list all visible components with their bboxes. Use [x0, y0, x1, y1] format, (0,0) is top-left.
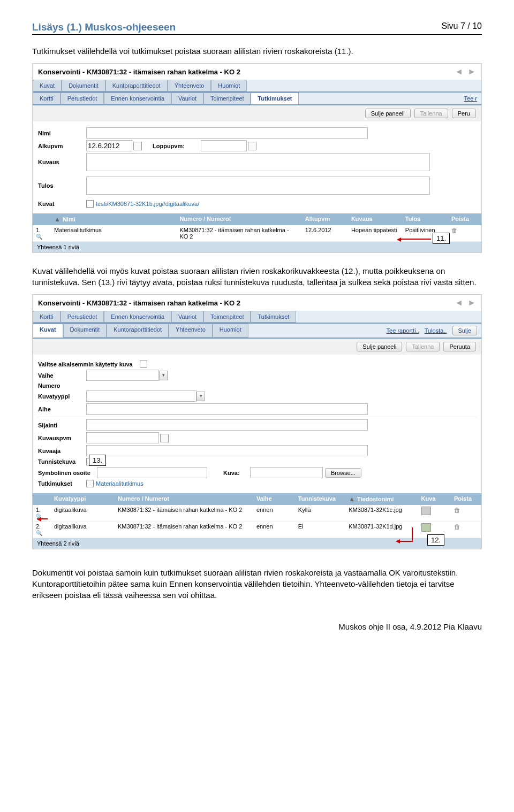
input-aihe[interactable]: [86, 403, 368, 415]
chevron-down-icon[interactable]: ▾: [159, 371, 168, 380]
callout-13: 13.: [89, 455, 106, 466]
tab-dokumentit[interactable]: Dokumentit: [62, 80, 105, 91]
select-kuvatyyppi[interactable]: [86, 390, 196, 402]
nav-prev-icon[interactable]: ◄: [455, 298, 463, 308]
tab-ennen[interactable]: Ennen konservointia: [104, 311, 171, 323]
link-tulosta[interactable]: Tulosta..: [425, 327, 447, 334]
nav-next-icon[interactable]: ►: [467, 67, 476, 76]
chevron-down-icon[interactable]: ▾: [196, 392, 205, 401]
input-kuvaaja[interactable]: [86, 445, 368, 456]
input-alkupvm[interactable]: [86, 140, 132, 151]
nav-prev-icon[interactable]: ◄: [455, 67, 463, 76]
tab-ennen[interactable]: Ennen konservointia: [104, 93, 171, 104]
tab-huomiot[interactable]: Huomiot: [211, 80, 247, 91]
tab-kortti[interactable]: Kortti: [33, 93, 61, 104]
tab-yhteenveto[interactable]: Yhteenveto: [168, 80, 211, 91]
btn-browse[interactable]: Browse...: [325, 468, 361, 478]
thumbnail-icon[interactable]: [421, 523, 431, 532]
link-materiaalitutkimus[interactable]: Materiaalitutkimus: [96, 480, 143, 487]
cell-kuvatyyppi: digitaalikuva: [51, 505, 115, 521]
th-kuva[interactable]: Kuva: [418, 493, 451, 505]
link-tee-raportti[interactable]: Tee raportti..: [387, 327, 419, 334]
th-numero[interactable]: Numero / Numerot: [176, 213, 301, 225]
label-kuvat: Kuvat: [38, 201, 86, 207]
tab-vauriot[interactable]: Vauriot: [171, 311, 203, 323]
tab-huomiot[interactable]: Huomiot: [213, 324, 248, 338]
th-poista: Poista: [448, 213, 481, 225]
checkbox-valitse[interactable]: [140, 361, 147, 368]
callout-11: 11.: [433, 233, 450, 244]
select-vaihe[interactable]: [86, 370, 159, 381]
textarea-kuvaus[interactable]: [86, 153, 430, 171]
label-sijainti: Sijainti: [38, 422, 86, 428]
th-vaihe[interactable]: Vaihe: [253, 493, 295, 505]
trash-icon[interactable]: 🗑: [454, 523, 460, 531]
btn-sulje-paneeli[interactable]: Sulje paneeli: [365, 109, 411, 118]
btn-sulje[interactable]: Sulje: [452, 326, 477, 335]
btn-tallenna[interactable]: Tallenna: [414, 109, 448, 118]
btn-peruuta[interactable]: Peruuta: [443, 342, 476, 351]
tab-toimenpiteet[interactable]: Toimenpiteet: [203, 93, 251, 104]
tab-tutkimukset[interactable]: Tutkimukset: [251, 93, 299, 104]
btn-peru[interactable]: Peru: [452, 109, 476, 118]
tab-kuvat[interactable]: Kuvat: [33, 80, 62, 91]
tab-toimenpiteet[interactable]: Toimenpiteet: [203, 311, 251, 323]
input-kuva[interactable]: [250, 467, 323, 478]
screenshot-2: Konservointi - KM30871:32 - itämaisen ra…: [32, 294, 482, 549]
calendar-icon[interactable]: [248, 142, 256, 150]
tab-perustiedot[interactable]: Perustiedot: [61, 311, 104, 323]
textarea-tulos[interactable]: [86, 177, 430, 195]
input-kuvauspvm[interactable]: [86, 432, 159, 443]
paragraph-1: Tutkimukset välilehdellä voi tutkimukset…: [32, 45, 482, 57]
label-tutkimukset: Tutkimukset: [38, 480, 86, 487]
input-symbolinen[interactable]: [97, 467, 207, 478]
input-loppupvm[interactable]: [201, 140, 247, 151]
label-vaihe: Vaihe: [38, 372, 86, 379]
th-tiedostonimi[interactable]: ▲Tiedostonimi: [345, 493, 418, 505]
label-nimi: Nimi: [38, 130, 86, 136]
input-sijainti[interactable]: [86, 419, 368, 431]
screenshot-1: Konservointi - KM30871:32 - itämaisen ra…: [32, 63, 482, 253]
tab-dokumentit[interactable]: Dokumentit: [63, 324, 107, 338]
tab-kuntoraportti[interactable]: Kuntoraporttitiedot: [107, 324, 169, 338]
tab-yhteenveto[interactable]: Yhteenveto: [169, 324, 213, 338]
checkbox-tutk[interactable]: [86, 480, 94, 487]
tab-kuvat[interactable]: Kuvat: [33, 324, 63, 338]
th-kuvaus[interactable]: Kuvaus: [348, 213, 402, 225]
thumbnail-icon[interactable]: [421, 507, 431, 515]
btn-sulje-paneeli[interactable]: Sulje paneeli: [357, 342, 402, 351]
trash-icon[interactable]: 🗑: [454, 507, 460, 514]
th-poista: Poista: [451, 493, 481, 505]
cell-tunnistekuva: Kyllä: [295, 505, 345, 521]
btn-tallenna[interactable]: Tallenna: [406, 342, 440, 351]
th-nimi[interactable]: ▲Nimi: [51, 213, 176, 225]
link-kuva-path[interactable]: testi/KM30871-32K1b.jpg//digitaalikuva/: [96, 201, 199, 207]
tab-vauriot[interactable]: Vauriot: [171, 93, 203, 104]
tab-kuntoraportti[interactable]: Kuntoraporttitiedot: [105, 80, 168, 91]
calendar-icon[interactable]: [160, 434, 169, 442]
page-footer: Muskos ohje II osa, 4.9.2012 Pia Klaavu: [32, 622, 482, 631]
label-loppupvm: Loppupvm:: [153, 143, 201, 149]
label-symbolinen: Symbolinen osoite: [38, 470, 97, 476]
nav-next-icon[interactable]: ►: [467, 298, 476, 308]
cell-tiedostonimi: KM30871-32K1c.jpg: [345, 505, 418, 521]
tab-perustiedot[interactable]: Perustiedot: [61, 93, 104, 104]
tab-tutkimukset[interactable]: Tutkimukset: [251, 311, 296, 323]
label-kuvatyyppi: Kuvatyyppi: [38, 393, 86, 400]
input-nimi[interactable]: [86, 127, 368, 139]
window-title: Konservointi - KM30871:32 - itämaisen ra…: [38, 68, 240, 76]
paragraph-3: Dokumentit voi poistaa samoin kuin tutki…: [32, 567, 482, 601]
calendar-icon[interactable]: [133, 142, 142, 150]
page-title: Lisäys (1.) Muskos-ohjeeseen: [32, 21, 176, 33]
th-numero[interactable]: Numero / Numerot: [115, 493, 253, 505]
th-alkupvm[interactable]: Alkupvm: [302, 213, 348, 225]
page-number: Sivu 7 / 10: [441, 21, 482, 33]
checkbox-kuva[interactable]: [86, 200, 94, 208]
tab-kortti[interactable]: Kortti: [33, 311, 61, 323]
th-tulos[interactable]: Tulos: [402, 213, 448, 225]
th-kuvatyyppi[interactable]: Kuvatyyppi: [51, 493, 115, 505]
label-numero: Numero: [38, 382, 86, 389]
link-tee-r[interactable]: Tee r: [464, 95, 477, 102]
th-tunnistekuva[interactable]: Tunnistekuva: [295, 493, 345, 505]
label-tunnistekuva: Tunnistekuva: [38, 458, 86, 465]
